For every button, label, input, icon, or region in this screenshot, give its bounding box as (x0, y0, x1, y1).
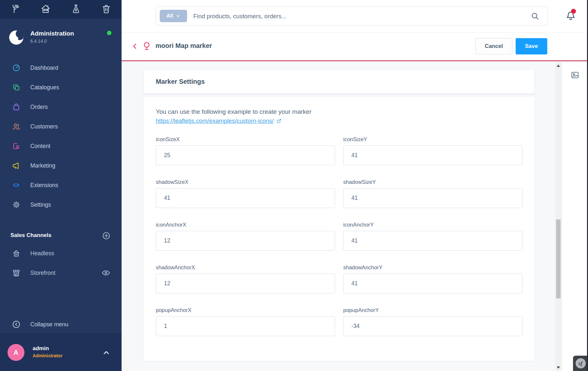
settings-icon (12, 200, 21, 209)
storefront-preview-button[interactable] (101, 268, 110, 277)
leaflet-docs-link[interactable]: https://leafletjs.com/examples/custom-ic… (156, 117, 274, 125)
field-iconSizeX: iconSizeX (156, 136, 335, 165)
field-popupAnchorY: popupAnchorY (343, 307, 522, 336)
media-sidebar-button[interactable] (568, 68, 582, 82)
field-label-iconAnchorY: iconAnchorY (343, 222, 522, 228)
field-label-shadowAnchorX: shadowAnchorX (156, 264, 335, 271)
marker-description: You can use the following example to cre… (156, 108, 535, 115)
sidebar-item-label: Settings (30, 201, 51, 208)
field-input-shadowAnchorY[interactable] (343, 274, 522, 293)
search-input[interactable] (193, 7, 500, 25)
tools-icon[interactable] (10, 4, 20, 15)
chevron-left-icon (131, 42, 139, 50)
sidebar-item-label: Extensions (30, 182, 58, 189)
flask-icon[interactable] (71, 4, 81, 15)
chevron-down-icon (176, 14, 180, 18)
sales-channels-heading: Sales Channels (10, 232, 51, 239)
sidebar-menu: Dashboard Catalogues Orders Customers (0, 58, 122, 215)
symfony-profiler-button[interactable]: sf (573, 356, 588, 371)
field-iconAnchorX: iconAnchorX (156, 222, 335, 251)
home-icon[interactable] (41, 4, 51, 15)
sidebar-item-label: Marketing (30, 162, 55, 169)
field-input-popupAnchorX[interactable] (156, 316, 335, 336)
field-iconSizeY: iconSizeY (343, 136, 522, 165)
collapse-menu-button[interactable]: Collapse menu (0, 315, 122, 334)
field-label-popupAnchorY: popupAnchorY (343, 307, 522, 313)
plus-circle-icon (102, 231, 110, 240)
field-label-shadowAnchorY: shadowAnchorY (343, 264, 522, 271)
search-filter-label: All (167, 13, 173, 19)
extensions-icon (12, 181, 21, 189)
sidebar-item-label: Headless (30, 250, 54, 257)
sidebar-item-orders[interactable]: Orders (0, 97, 122, 117)
marketing-icon (12, 161, 21, 170)
sidebar-item-settings[interactable]: Settings (0, 195, 122, 215)
app-version: 6.4.14.0 (30, 38, 74, 44)
sidebar-item-catalogues[interactable]: Catalogues (0, 78, 122, 97)
save-button[interactable]: Save (516, 38, 547, 54)
shopware-logo (8, 29, 24, 46)
sidebar-item-label: Customers (30, 123, 58, 130)
field-label-iconSizeX: iconSizeX (156, 136, 335, 142)
back-button[interactable] (131, 42, 139, 50)
field-input-shadowSizeX[interactable] (156, 188, 335, 208)
user-role: Administrator (33, 353, 63, 358)
external-link-icon (276, 118, 282, 124)
scrollbar-thumb[interactable] (556, 219, 561, 298)
symfony-logo-icon: sf (576, 358, 586, 368)
sidebar-item-content[interactable]: Content (0, 136, 122, 156)
field-input-iconSizeY[interactable] (343, 145, 522, 165)
collapse-menu: Collapse menu (0, 315, 122, 334)
shopware-admin-app: Administration 6.4.14.0 Dashboard Catalo… (0, 0, 588, 371)
field-label-iconAnchorX: iconAnchorX (156, 222, 335, 228)
field-shadowSizeY: shadowSizeY (343, 179, 522, 208)
marker-fields-grid: iconSizeXiconSizeYshadowSizeXshadowSizeY… (156, 136, 535, 336)
field-label-iconSizeY: iconSizeY (343, 136, 522, 142)
field-shadowAnchorX: shadowAnchorX (156, 264, 335, 293)
link-row: https://leafletjs.com/examples/custom-ic… (156, 117, 535, 125)
card-title: Marker Settings (156, 78, 205, 85)
vertical-scrollbar[interactable] (555, 62, 562, 371)
search-filter-dropdown[interactable]: All (160, 10, 187, 22)
field-input-iconSizeX[interactable] (156, 145, 335, 165)
sidebar-item-customers[interactable]: Customers (0, 117, 122, 136)
bookmarks-strip (0, 0, 122, 19)
image-icon (570, 70, 580, 80)
search-icon[interactable] (531, 12, 539, 21)
content-icon (12, 142, 21, 150)
marker-settings-card-body: You can use the following example to cre… (143, 97, 535, 361)
field-label-shadowSizeY: shadowSizeY (343, 179, 522, 185)
customers-icon (12, 122, 21, 131)
notification-badge (571, 9, 576, 14)
field-input-popupAnchorY[interactable] (343, 316, 522, 336)
sidebar-item-dashboard[interactable]: Dashboard (0, 58, 122, 78)
user-menu[interactable]: A admin Administrator (0, 334, 122, 371)
trash-icon[interactable] (101, 4, 111, 15)
global-search: All (156, 7, 548, 25)
collapse-circle-icon (12, 320, 21, 329)
sidebar: Administration 6.4.14.0 Dashboard Catalo… (0, 0, 122, 371)
field-label-shadowSizeX: shadowSizeX (156, 179, 335, 185)
online-status-dot (107, 31, 111, 35)
field-shadowAnchorY: shadowAnchorY (343, 264, 522, 293)
collapse-menu-label: Collapse menu (30, 321, 68, 328)
cancel-button[interactable]: Cancel (475, 38, 512, 54)
sidebar-item-marketing[interactable]: Marketing (0, 156, 122, 175)
page-title: moori Map marker (155, 42, 212, 50)
catalogues-icon (12, 83, 21, 92)
user-name: admin (33, 345, 49, 352)
field-input-shadowSizeY[interactable] (343, 188, 522, 208)
field-input-shadowAnchorX[interactable] (156, 274, 335, 293)
marker-settings-card-header: Marker Settings (143, 69, 535, 94)
field-input-iconAnchorY[interactable] (343, 231, 522, 251)
add-sales-channel-button[interactable] (102, 231, 110, 240)
sidebar-item-label: Content (30, 143, 50, 150)
sidebar-item-label: Orders (30, 104, 48, 111)
scrollbar-up-arrow[interactable] (557, 65, 560, 67)
app-title: Administration (30, 30, 74, 37)
field-input-iconAnchorX[interactable] (156, 231, 335, 251)
sidebar-item-headless[interactable]: Headless (0, 244, 122, 263)
field-popupAnchorX: popupAnchorX (156, 307, 335, 336)
sidebar-item-extensions[interactable]: Extensions (0, 175, 122, 195)
scrollbar-down-arrow[interactable] (557, 366, 560, 369)
